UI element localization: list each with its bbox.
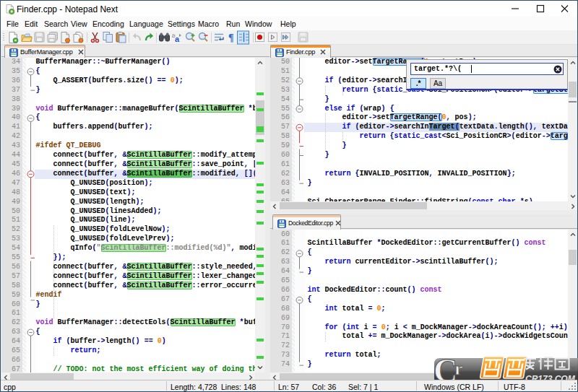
svg-text:a: a [175,35,180,43]
svg-text:¶: ¶ [228,32,234,43]
svg-text:r: r [454,358,463,379]
